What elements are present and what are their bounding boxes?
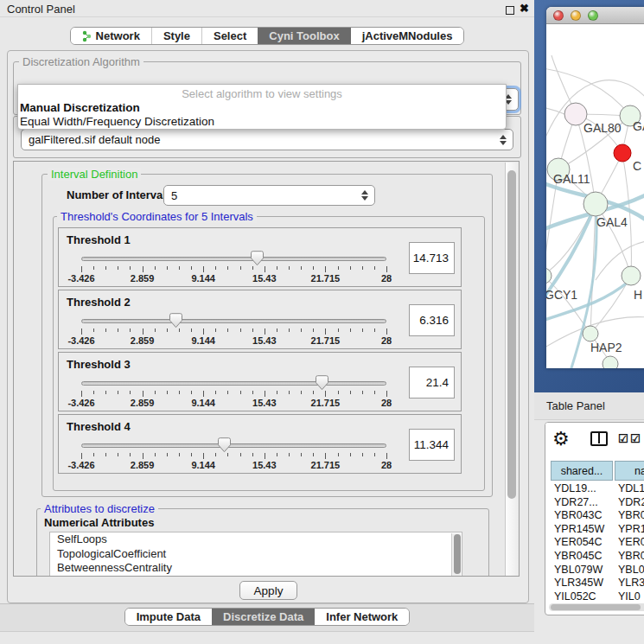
slider-tick	[203, 328, 204, 335]
threshold-slider[interactable]: -3.4262.8599.14415.4321.71528	[81, 290, 386, 350]
horizontal-scrollbar[interactable]	[549, 603, 644, 611]
table-row[interactable]: YPR145WYPR1	[545, 523, 644, 537]
vertical-scrollbar[interactable]	[505, 163, 518, 577]
table-row[interactable]: YBL079WYBL0	[545, 564, 644, 577]
threshold-slider[interactable]: -3.4262.8599.14415.4321.71528	[81, 228, 386, 288]
network-node[interactable]	[583, 192, 608, 216]
threshold-value-field[interactable]: 6.316	[409, 304, 455, 336]
slider-tick	[93, 328, 94, 332]
tab-style[interactable]: Style	[151, 28, 201, 44]
slider-tick	[81, 328, 82, 335]
tab-jactivemnodules[interactable]: jActiveMNodules	[351, 28, 464, 44]
number-of-intervals-combo[interactable]: 5	[163, 185, 375, 206]
tab-impute-data[interactable]: Impute Data	[125, 609, 212, 625]
gear-icon[interactable]: ⚙	[552, 428, 570, 450]
group-title: Threshold's Coordinates for 5 Intervals	[57, 210, 257, 223]
threshold-value-field[interactable]: 11.344	[409, 429, 455, 461]
slider-tick	[277, 328, 277, 332]
table-row[interactable]: YBR043CYBR0	[545, 509, 644, 523]
interval-definition-group: Interval Definition Number of Intervals …	[41, 174, 493, 497]
tab-discretize-data[interactable]: Discretize Data	[212, 609, 315, 625]
split-table-icon[interactable]	[590, 431, 608, 446]
slider-tick	[93, 266, 94, 270]
numerical-attributes-list[interactable]: SelfLoopsTopologicalCoefficientBetweenne…	[49, 532, 462, 577]
slider-tick	[203, 266, 204, 272]
control-panel-titlebar: Control Panel	[0, 0, 534, 17]
apply-button[interactable]: Apply	[239, 581, 297, 600]
slider-tick	[227, 453, 228, 456]
mac-zoom-button[interactable]	[588, 10, 598, 21]
node-label: GAL4	[596, 215, 628, 229]
threshold-value-field[interactable]: 21.4	[409, 367, 455, 399]
slider-tick	[155, 328, 156, 332]
slider-track[interactable]	[81, 319, 386, 323]
table-row[interactable]: YER054CYER0	[545, 536, 644, 550]
scrollbar-thumb[interactable]	[551, 604, 641, 610]
tab-infer-network[interactable]: Infer Network	[315, 609, 409, 625]
mac-minimize-button[interactable]	[571, 10, 581, 21]
scrollbar-thumb[interactable]	[507, 170, 516, 499]
slider-tick	[215, 266, 216, 270]
table-row[interactable]: YIL052CYIL0	[545, 590, 644, 604]
network-node[interactable]	[603, 356, 618, 368]
slider-tick	[143, 328, 143, 335]
attribute-item[interactable]: SelfLoops	[50, 532, 462, 547]
close-icon[interactable]: ✖	[520, 2, 529, 15]
slider-tick	[350, 266, 351, 270]
slider-tick	[203, 453, 204, 459]
tab-network[interactable]: Network	[71, 28, 151, 44]
node-label: H	[634, 288, 642, 302]
slider-thumb[interactable]	[316, 375, 328, 391]
slider-tick-label: 15.43	[252, 398, 277, 408]
network-node[interactable]	[583, 326, 598, 341]
tab-select[interactable]: Select	[201, 28, 258, 44]
scrollbar-thumb[interactable]	[454, 534, 461, 574]
threshold-panel: Threshold 1 -3.4262.8599.14415.4321.7152…	[58, 227, 462, 287]
slider-tick	[277, 266, 277, 270]
slider-tick-label: 21.715	[311, 460, 341, 470]
table-row[interactable]: YDL19...YDL1	[545, 482, 644, 496]
slider-tick	[155, 453, 156, 456]
slider-track[interactable]	[81, 257, 386, 261]
screen: Control Panel ✖ NetworkStyleSelectCyni T…	[0, 0, 644, 644]
column-header[interactable]: na	[615, 461, 644, 481]
table-row[interactable]: YDR27...YDR2	[545, 496, 644, 510]
network-canvas[interactable]: GAL80GACGAL11GAL4GCY1HHAP2	[546, 25, 644, 368]
slider-tick	[313, 453, 314, 456]
mac-close-button[interactable]	[553, 10, 564, 21]
slider-thumb[interactable]	[251, 251, 264, 266]
slider-tick	[325, 391, 326, 397]
node-label: C	[633, 159, 641, 173]
slider-tick	[81, 266, 82, 272]
table-row[interactable]: YLR345WYLR3	[545, 577, 644, 590]
checkbox-icon[interactable]: ☑	[618, 432, 628, 445]
slider-track[interactable]	[81, 443, 386, 448]
slider-tick	[362, 453, 363, 456]
tab-label: Discretize Data	[223, 610, 303, 623]
network-node[interactable]	[614, 144, 631, 162]
network-node[interactable]	[546, 268, 552, 284]
network-node[interactable]	[622, 266, 641, 285]
threshold-slider[interactable]: -3.4262.8599.14415.4321.71528	[81, 415, 386, 475]
float-window-icon[interactable]	[506, 6, 514, 15]
threshold-value-field[interactable]: 14.713	[409, 242, 455, 274]
table-data-combo[interactable]: galFiltered.sif default node	[21, 129, 513, 150]
checkbox-icon[interactable]: ☑	[630, 432, 641, 445]
threshold-slider[interactable]: -3.4262.8599.14415.4321.71528	[81, 353, 386, 412]
table-row[interactable]: YBR045CYBR0	[545, 550, 644, 564]
table-cell: YBR045C	[554, 550, 616, 564]
attribute-item[interactable]: TopologicalCoefficient	[50, 547, 462, 562]
slider-thumb[interactable]	[218, 437, 231, 453]
dropdown-option-manual[interactable]: Manual Discretization	[18, 100, 506, 114]
network-edge[interactable]	[622, 153, 631, 276]
attribute-item[interactable]: BetweennessCentrality	[50, 561, 462, 576]
settings-scrollpane: Interval Definition Number of Intervals …	[13, 161, 520, 577]
dropdown-option-equal-width[interactable]: Equal Width/Frequency Discretization	[18, 114, 506, 128]
attributes-scrollbar[interactable]	[451, 533, 461, 577]
tab-cyni-toolbox[interactable]: Cyni Toolbox	[258, 28, 350, 44]
column-header[interactable]: shared...	[551, 461, 613, 481]
slider-tick-label: 9.144	[191, 398, 215, 408]
slider-track[interactable]	[81, 381, 386, 386]
slider-thumb[interactable]	[169, 313, 182, 328]
slider-tick	[325, 453, 326, 459]
